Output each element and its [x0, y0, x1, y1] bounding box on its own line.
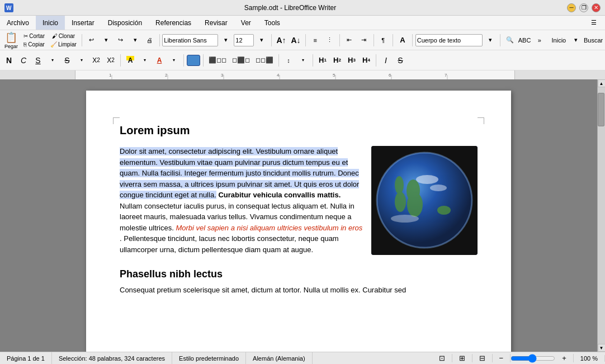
zoom-percent: 100 % [574, 355, 605, 362]
scroll-area[interactable]: Lorem ipsum Dolor sit amet, consectetur … [0, 79, 597, 352]
menu-inicio[interactable]: Inicio [36, 16, 65, 30]
menu-disposicion[interactable]: Disposición [101, 16, 149, 30]
align-left-button[interactable]: ⬛◻◻ [206, 54, 229, 67]
line-spacing-button[interactable]: ↕ [282, 54, 295, 67]
indent-increase-button[interactable]: ⇥ [357, 34, 371, 47]
highlight-button[interactable]: A [124, 54, 137, 67]
paste-button[interactable]: 📋 Pegar [2, 31, 20, 49]
close-button[interactable]: ✕ [592, 3, 601, 12]
heading2-button[interactable]: H2 [330, 54, 344, 67]
print-button[interactable]: 🖨 [143, 34, 157, 47]
menu-revisar[interactable]: Revisar [198, 16, 234, 30]
highlight-dropdown[interactable]: ▾ [138, 54, 152, 67]
heading1-button[interactable]: H1 [316, 54, 329, 67]
toolbar-main: 📋 Pegar ✂ Cortar ⎘ Copiar 🖌 Clonar 🧹 Lim… [0, 30, 605, 50]
svg-point-28 [416, 175, 438, 184]
underline-dropdown[interactable]: ▾ [46, 54, 59, 67]
page-number: Página 1 de 1 [0, 352, 52, 364]
ruler: 1 2 3 4 5 6 7 [0, 70, 605, 79]
view-book-icon[interactable]: ⊟ [472, 354, 493, 362]
strikethrough-button[interactable]: S [60, 54, 74, 67]
restore-button[interactable]: ❐ [579, 3, 588, 12]
font-size-input[interactable] [234, 34, 254, 46]
italic3-button[interactable]: I [379, 54, 393, 67]
menu-expand-button[interactable]: ☰ [587, 16, 601, 30]
heading4-button[interactable]: H4 [360, 54, 373, 67]
separator-f1 [120, 54, 121, 67]
scrollbar-thumb[interactable] [598, 93, 604, 126]
main-area: Lorem ipsum Dolor sit amet, consectetur … [0, 79, 605, 352]
align-right-button[interactable]: ◻◻⬛ [253, 54, 276, 67]
scrollbar-down[interactable]: ▼ [598, 344, 606, 352]
menu-archivo[interactable]: Archivo [0, 16, 36, 30]
align-center-button[interactable]: ◻⬛◻ [230, 54, 252, 67]
separator-2 [159, 34, 160, 46]
find-replace-button[interactable]: 🔍 [503, 34, 517, 47]
character-button[interactable]: A [396, 34, 409, 47]
separator-f3 [203, 54, 204, 67]
font-color-button[interactable]: A [153, 54, 166, 67]
minimize-button[interactable]: ─ [567, 3, 576, 12]
separator-f2 [183, 54, 184, 67]
spell-check-button[interactable]: ABC [518, 34, 532, 47]
cut-button[interactable]: ✂ Cortar [21, 32, 47, 40]
menu-referencias[interactable]: Referencias [149, 16, 198, 30]
scrollbar-track[interactable] [598, 87, 605, 344]
italic-red-text: Morbi vel sapien a nisi aliquam ultricie… [176, 224, 362, 232]
main-text: Dolor sit amet, consectetur adipiscing e… [120, 146, 365, 255]
strikethrough-dropdown[interactable]: ▾ [75, 54, 88, 67]
font-size-dropdown[interactable]: ▾ [255, 34, 268, 47]
bold-button[interactable]: N [2, 54, 16, 67]
section2-text: Consequat pretium scelerisque sit amet, … [120, 285, 478, 296]
separator-7 [393, 34, 393, 46]
view-web-icon[interactable]: ⊞ [452, 354, 472, 362]
clear-button[interactable]: 🧹 Limpiar [48, 40, 79, 48]
clear-label: Limpiar [58, 41, 77, 48]
font-name-dropdown[interactable]: ▾ [219, 34, 233, 47]
search-button[interactable]: Buscar [584, 34, 603, 47]
heading3-button[interactable]: H3 [345, 54, 358, 67]
font-color-dropdown[interactable]: ▾ [167, 54, 181, 67]
redo-button[interactable]: ↪ [114, 34, 127, 47]
strikethrough3-button[interactable]: S [394, 54, 407, 67]
ordered-list-button[interactable]: ⋮ [323, 34, 337, 47]
subscript-button[interactable]: X2 [89, 54, 103, 67]
paragraph-marks-button[interactable]: ¶ [376, 34, 390, 47]
separator-4 [305, 34, 306, 46]
separator-3 [271, 34, 272, 46]
undo-dropdown[interactable]: ▾ [100, 34, 113, 47]
view-normal-icon[interactable]: ⊡ [432, 354, 452, 362]
paragraph-style-dropdown[interactable]: ▾ [484, 34, 497, 47]
underline-button[interactable]: S [31, 54, 45, 67]
menu-insertar[interactable]: Insertar [65, 16, 101, 30]
menu-tools[interactable]: Tools [258, 16, 287, 30]
bold-sentence: Curabitur vehicula convallis mattis. [218, 191, 341, 199]
italic-button[interactable]: C [17, 54, 30, 67]
line-spacing-dropdown[interactable]: ▾ [296, 54, 310, 67]
undo-button[interactable]: ↩ [85, 34, 98, 47]
svg-text:5: 5 [333, 73, 335, 78]
separator-8 [412, 34, 413, 46]
separator-f6 [376, 54, 376, 67]
paragraph-style-input[interactable] [415, 34, 483, 46]
zoom-out-button[interactable]: − [493, 354, 511, 362]
zoom-slider[interactable] [511, 356, 555, 361]
section-dropdown[interactable]: ▾ [569, 34, 583, 47]
text-background-button[interactable] [187, 55, 200, 66]
expand-icon[interactable]: » [533, 34, 546, 47]
indent-decrease-button[interactable]: ⇤ [343, 34, 356, 47]
toolbar-collapse-button[interactable]: » [533, 34, 549, 47]
window-title: Sample.odt - LibreOffice Writer [17, 4, 564, 12]
paste-label: Pegar [4, 44, 18, 49]
unordered-list-button[interactable]: ≡ [309, 34, 322, 47]
font-shrink-button[interactable]: A↓ [289, 34, 302, 47]
copy-button[interactable]: ⎘ Copiar [21, 40, 47, 48]
font-name-input[interactable] [162, 34, 218, 46]
font-grow-button[interactable]: A↑ [275, 34, 288, 47]
superscript-button[interactable]: X2 [104, 54, 117, 67]
menu-ver[interactable]: Ver [234, 16, 258, 30]
redo-dropdown[interactable]: ▾ [129, 34, 142, 47]
clone-button[interactable]: 🖌 Clonar [48, 32, 79, 40]
scrollbar-up[interactable]: ▲ [598, 79, 606, 87]
zoom-in-button[interactable]: + [555, 354, 574, 362]
